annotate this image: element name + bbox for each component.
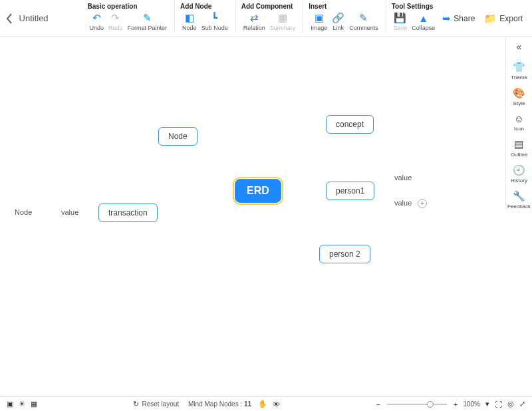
node-transaction[interactable]: transaction: [98, 204, 158, 222]
add-node-button[interactable]: ◧Node: [180, 12, 199, 31]
group-insert-title: Insert: [309, 3, 380, 10]
add-child-button[interactable]: +: [418, 199, 427, 208]
theme-icon: 👕: [513, 61, 525, 73]
insert-comments-button[interactable]: ✎Comments: [347, 12, 380, 31]
node-person2[interactable]: person 2: [319, 245, 370, 263]
subnode-icon: ┗: [211, 12, 217, 24]
zoom-dropdown[interactable]: ▾: [485, 400, 489, 408]
zoom-out-button[interactable]: −: [376, 400, 380, 408]
pan-tool-button[interactable]: ✋: [258, 400, 267, 408]
insert-image-button[interactable]: ▣Image: [309, 12, 329, 31]
leaf-value-1[interactable]: value: [394, 174, 412, 182]
relation-icon: ⇄: [250, 12, 259, 24]
group-tool-settings-title: Tool Settings: [392, 3, 438, 10]
icon-icon: ☺: [514, 113, 524, 124]
node-concept[interactable]: concept: [326, 115, 374, 134]
view-mode-2[interactable]: ☀: [19, 400, 25, 408]
redo-icon: ↷: [111, 12, 120, 24]
collapse-icon: ▲: [418, 12, 428, 24]
undo-icon: ↶: [92, 12, 101, 24]
view-mode-3[interactable]: ▦: [31, 400, 37, 408]
sidebar-feedback[interactable]: 🔧Feedback: [507, 190, 531, 209]
right-sidebar: « 👕Theme 🎨Style ☺Icon ▤Outline 🕘History …: [505, 37, 532, 209]
mindmap-canvas[interactable]: Node ERD transaction value Node concept …: [0, 37, 505, 396]
leaf-value-2[interactable]: value: [394, 199, 412, 207]
node-person1[interactable]: person1: [326, 182, 374, 200]
sidebar-outline[interactable]: ▤Outline: [511, 138, 527, 158]
zoom-in-button[interactable]: +: [454, 400, 458, 408]
node-node[interactable]: Node: [158, 127, 198, 146]
reset-layout-icon: ↻: [133, 400, 139, 408]
sidebar-icon[interactable]: ☺Icon: [514, 113, 524, 132]
group-add-component-title: Add Component: [241, 3, 298, 10]
format-painter-button[interactable]: ✎Format Painter: [126, 12, 170, 31]
nodes-label: Mind Map Nodes :: [188, 400, 242, 408]
fit-button[interactable]: ⛶: [495, 400, 502, 408]
outline-icon: ▤: [514, 138, 523, 150]
image-icon: ▣: [315, 12, 324, 24]
undo-button[interactable]: ↶Undo: [88, 12, 106, 31]
feedback-icon: 🔧: [513, 190, 525, 202]
document-title[interactable]: Untitled: [19, 0, 82, 37]
leaf-value-left[interactable]: value: [61, 208, 78, 216]
share-button[interactable]: ➥Share: [442, 13, 475, 25]
style-icon: 🎨: [513, 87, 525, 99]
history-icon: 🕘: [513, 164, 525, 176]
node-root-erd[interactable]: ERD: [235, 179, 281, 203]
fullscreen-button[interactable]: ⤢: [519, 400, 525, 408]
locate-button[interactable]: ◎: [507, 400, 514, 408]
view-mode-1[interactable]: ▣: [7, 400, 13, 408]
relation-button[interactable]: ⇄Relation: [241, 12, 267, 31]
zoom-handle[interactable]: [427, 401, 434, 408]
sidebar-style[interactable]: 🎨Style: [513, 87, 525, 106]
sidebar-collapse-button[interactable]: «: [517, 41, 522, 52]
group-basic-title: Basic operation: [88, 3, 170, 10]
leaf-node-left[interactable]: Node: [15, 208, 32, 216]
sidebar-history[interactable]: 🕘History: [511, 164, 527, 184]
summary-icon: ▦: [278, 12, 287, 24]
zoom-slider[interactable]: [387, 404, 447, 405]
preview-button[interactable]: 👁: [273, 400, 280, 408]
redo-button[interactable]: ↷Redo: [106, 12, 125, 31]
format-painter-icon: ✎: [143, 12, 152, 24]
sidebar-theme[interactable]: 👕Theme: [511, 61, 527, 80]
save-icon: 💾: [394, 12, 406, 24]
save-button[interactable]: 💾Save: [392, 12, 410, 31]
comments-icon: ✎: [359, 12, 368, 24]
node-icon: ◧: [185, 12, 194, 24]
insert-link-button[interactable]: 🔗Link: [330, 12, 346, 31]
export-icon: 📁: [484, 13, 497, 25]
nodes-count: 11: [244, 400, 251, 408]
add-subnode-button[interactable]: ┗Sub Node: [200, 12, 230, 31]
summary-button[interactable]: ▦Summary: [268, 12, 298, 31]
collapse-button[interactable]: ▲Collapse: [410, 12, 437, 31]
back-button[interactable]: [0, 0, 19, 37]
reset-layout-button[interactable]: Reset layout: [142, 400, 179, 408]
link-icon: 🔗: [332, 12, 344, 24]
group-add-node-title: Add Node: [180, 3, 230, 10]
zoom-value: 100%: [463, 400, 480, 408]
share-icon: ➥: [442, 13, 451, 25]
edge-layer: [0, 37, 200, 137]
export-button[interactable]: 📁Export: [484, 13, 523, 25]
